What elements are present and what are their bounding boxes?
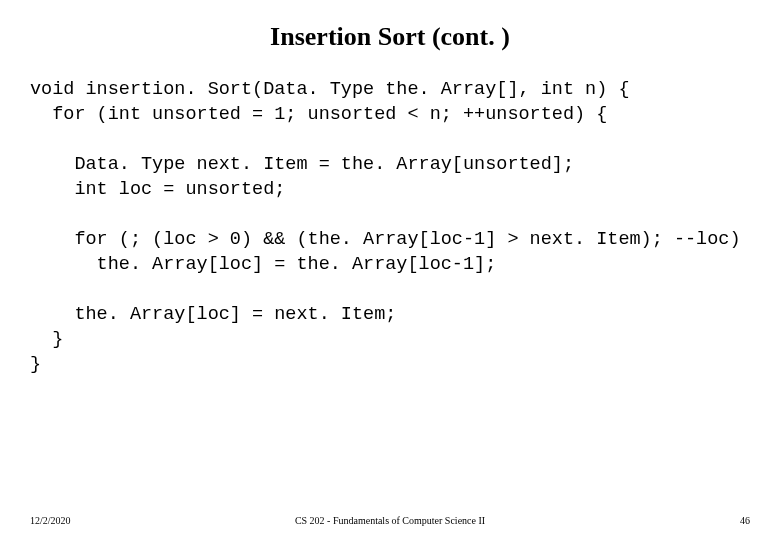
slide-title: Insertion Sort (cont. )	[30, 22, 750, 52]
slide-container: Insertion Sort (cont. ) void insertion. …	[0, 0, 780, 540]
footer-date: 12/2/2020	[30, 515, 71, 526]
footer: 12/2/2020 CS 202 - Fundamentals of Compu…	[0, 515, 780, 526]
code-block: void insertion. Sort(Data. Type the. Arr…	[30, 78, 750, 378]
footer-course: CS 202 - Fundamentals of Computer Scienc…	[295, 515, 485, 526]
footer-page-number: 46	[740, 515, 750, 526]
